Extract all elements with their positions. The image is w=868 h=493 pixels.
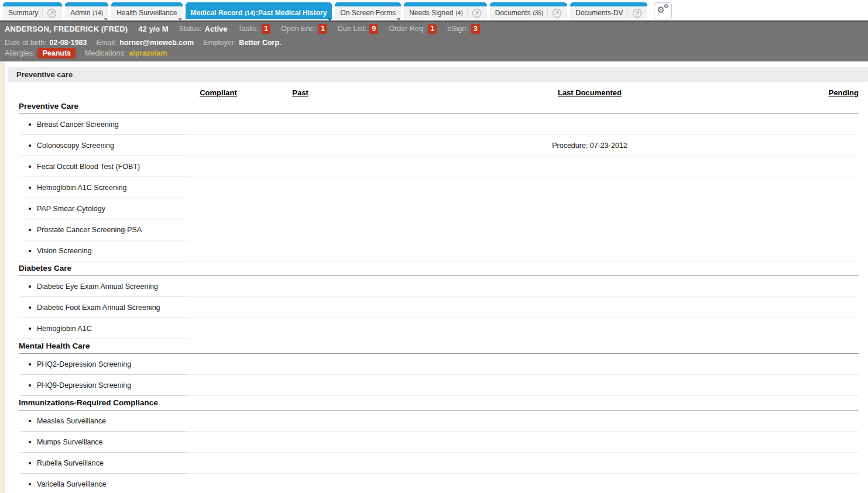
open-enc-label: Open Enc: [281, 25, 315, 33]
dob-value: 02-08-1983 [50, 39, 87, 47]
column-header-last-documented[interactable]: Last Documented [350, 88, 788, 97]
patient-name: ANDERSON, FREDERICK (FRED) [5, 25, 128, 33]
bullet-icon [29, 420, 31, 422]
tab-medical-record[interactable]: Medical Record (14) :Past Medical Histor… [186, 2, 332, 19]
tasks-label: Tasks: [238, 25, 259, 33]
group-heading-label: Diabetes Care [19, 264, 71, 273]
group-heading-row: Preventive Care [19, 99, 859, 114]
tab-label-suffix: :Past Medical History [256, 9, 327, 17]
fold-icon [327, 18, 331, 22]
settings-button[interactable]: ⚙ ⚙ [654, 2, 672, 19]
tab-on-screen-forms[interactable]: On Screen Forms [335, 2, 401, 19]
table-row: Measles Surveillance [19, 411, 859, 432]
email-label: Email: [97, 39, 117, 47]
table-row: Rubella Surveillance [19, 453, 859, 474]
table-row: Hemoglobin A1C [19, 318, 859, 339]
item-name-cell: PAP Smear-Cytology [19, 205, 186, 213]
fold-icon [178, 18, 181, 22]
header-spacer [19, 88, 186, 97]
item-label: Fecal Occult Blood Test (FOBT) [37, 163, 140, 171]
open-enc-count-badge[interactable]: 1 [318, 24, 327, 34]
item-name-cell: Hemoglobin A1C Screening [19, 184, 186, 192]
popout-icon[interactable] [47, 8, 57, 18]
bullet-icon [29, 123, 31, 126]
table-row: Mumps Surveillance [19, 432, 859, 453]
order-req-count-badge[interactable]: 1 [428, 24, 437, 34]
bullet-icon [29, 166, 31, 168]
bullet-icon [29, 363, 31, 366]
tab-label: Needs Signed [409, 9, 453, 17]
section-header-title: Preventive care [16, 70, 73, 79]
column-header-pending[interactable]: Pending [788, 88, 859, 97]
tab-documents-dv[interactable]: Documents-DV [570, 2, 647, 19]
table-row: Hemoglobin A1C Screening [19, 177, 859, 198]
dob-label: Date of birth: [5, 39, 47, 47]
table-row: PHQ9-Depression Screening [19, 375, 859, 396]
group-heading-row: Immunizations-Required Compliance [19, 396, 859, 411]
tab-count: (4) [456, 10, 463, 16]
group-heading-label: Preventive Care [19, 102, 78, 111]
item-label: Mumps Surveillance [37, 438, 103, 446]
cogs-icon: ⚙ [664, 4, 669, 9]
item-name-cell: Diabetic Eye Exam Annual Screening [19, 282, 186, 291]
table-header-row: Compliant Past Last Documented Pending [19, 87, 859, 99]
tab-label: Health Surveillance [116, 9, 177, 17]
tab-divider [42, 8, 43, 18]
item-name-cell: Breast Cancer Screening [19, 120, 186, 129]
item-name-cell: Prostate Cancer Screening-PSA [19, 226, 186, 234]
tab-count: (14) [245, 10, 255, 16]
allergy-badge[interactable]: Peanuts [37, 48, 76, 58]
tab-cap [335, 2, 401, 6]
item-name-cell: Hemoglobin A1C [19, 325, 186, 333]
tab-label: On Screen Forms [340, 9, 396, 17]
cell-last-documented: Procedure: 07-23-2012 [350, 142, 788, 150]
tab-divider [627, 8, 628, 18]
column-header-compliant[interactable]: Compliant [186, 88, 251, 97]
bullet-icon [29, 384, 31, 387]
group-heading-row: Mental Health Care [19, 339, 859, 354]
bullet-icon [29, 229, 31, 231]
popout-icon[interactable] [552, 8, 562, 18]
tab-label: Summary [8, 9, 38, 17]
allergies-label: Allergies: [5, 49, 35, 57]
tab-summary[interactable]: Summary [3, 2, 62, 19]
fold-icon [104, 18, 107, 22]
item-label: Hemoglobin A1C Screening [37, 184, 127, 192]
content-panel: Preventive care Compliant Past Last Docu… [5, 61, 868, 493]
item-label: Varicella Surveillance [37, 480, 107, 488]
bullet-icon [29, 462, 31, 464]
tab-health-surveillance[interactable]: Health Surveillance [111, 2, 182, 19]
tab-documents[interactable]: Documents (35) [490, 2, 568, 19]
medications-label: Medications: [85, 49, 126, 57]
preventive-care-table: Compliant Past Last Documented Pending P… [5, 82, 868, 493]
tab-needs-signed[interactable]: Needs Signed (4) [404, 2, 487, 19]
column-header-past[interactable]: Past [251, 88, 350, 97]
email-value: horner@mieweb.com [119, 39, 194, 47]
bullet-icon [29, 208, 31, 210]
group-heading-row: Diabetes Care [19, 261, 859, 276]
group-heading-label: Mental Health Care [19, 342, 90, 350]
patient-age-sex: 42 y/o M [138, 25, 168, 33]
bullet-icon [29, 144, 31, 147]
popout-icon[interactable] [632, 8, 642, 18]
due-list-count-badge[interactable]: 9 [369, 24, 378, 34]
tab-cap [490, 2, 568, 6]
bullet-icon [29, 441, 31, 443]
item-label: PHQ2-Depression Screening [37, 360, 131, 368]
status-label: Status: [179, 25, 202, 33]
popout-icon[interactable] [472, 8, 482, 18]
tab-admin[interactable]: Admin (14) [65, 2, 108, 19]
item-label: Vision Screening [37, 247, 92, 255]
employer-label: Employer: [203, 39, 236, 47]
item-label: PHQ9-Depression Screening [37, 381, 131, 389]
table-row: Breast Cancer Screening [19, 114, 859, 135]
tasks-count-badge[interactable]: 1 [262, 24, 270, 34]
medication-link[interactable]: alprazolam [129, 49, 167, 57]
table-row: Colonoscopy ScreeningProcedure: 07-23-20… [19, 135, 859, 156]
due-list-label: Due List: [338, 25, 366, 33]
esign-count-badge[interactable]: 3 [471, 24, 480, 34]
item-name-cell: PHQ2-Depression Screening [19, 360, 186, 368]
tab-divider [547, 8, 548, 18]
table-row: Prostate Cancer Screening-PSA [19, 219, 859, 240]
tab-label: Documents [495, 9, 531, 17]
